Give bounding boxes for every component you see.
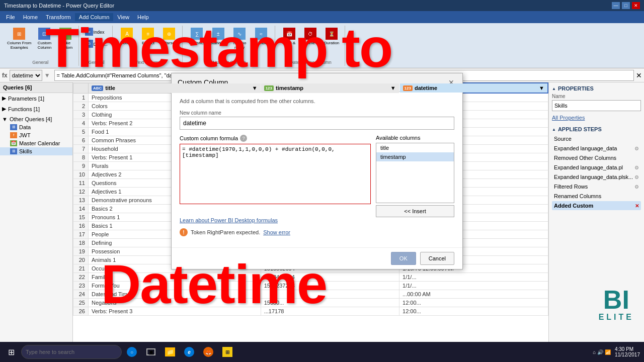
- bi-logo-text: BI: [599, 287, 634, 313]
- row-number: 15: [73, 213, 89, 221]
- step-item[interactable]: Expanded language_data⚙: [552, 144, 641, 153]
- table-row: 24 Dates and Time ...00:00 AM: [73, 290, 548, 298]
- step-item[interactable]: Expanded language_data.pl⚙: [552, 163, 641, 172]
- all-properties-link[interactable]: All Properties: [552, 115, 585, 121]
- step-item[interactable]: Removed Other Columns: [552, 153, 641, 162]
- ribbon-index-column[interactable]: # Index: [83, 27, 109, 38]
- row-number: 14: [73, 204, 89, 213]
- row-number: 12: [73, 187, 89, 196]
- available-cols-list: title timestamp: [376, 143, 454, 203]
- show-error-link[interactable]: Show error: [263, 229, 290, 235]
- menu-transform[interactable]: Transform: [42, 13, 75, 21]
- gear-icon[interactable]: ⚙: [634, 174, 639, 180]
- learn-link[interactable]: Learn about Power BI Desktop formulas: [180, 217, 454, 223]
- gear-icon[interactable]: ⚙: [634, 184, 639, 190]
- query-item-master-calendar[interactable]: 📅 Master Calendar: [0, 139, 72, 147]
- row-number: 18: [73, 238, 89, 247]
- cancel-btn[interactable]: Cancel: [420, 252, 454, 265]
- gear-icon[interactable]: ⚙: [634, 165, 639, 170]
- formula-fx-label: fx: [2, 72, 8, 79]
- step-item[interactable]: Added Custom✕: [552, 201, 641, 210]
- col-timestamp-header[interactable]: 123 timestamp ▼: [261, 83, 399, 93]
- taskbar-task-view[interactable]: ▣: [142, 343, 160, 361]
- ok-btn[interactable]: OK: [391, 252, 416, 265]
- ribbon-parse[interactable]: ⊛ Parse: [159, 27, 179, 60]
- query-group-parameters-header[interactable]: ▶ Parameters [1]: [0, 94, 72, 103]
- ribbon-format[interactable]: A Format: [117, 27, 137, 60]
- firefox-icon: 🦊: [203, 347, 213, 357]
- task-view-icon: ▣: [146, 348, 155, 355]
- steps-title: APPLIED STEPS: [552, 126, 641, 132]
- ribbon-statistics[interactable]: ∑ Statistics: [187, 27, 207, 60]
- new-column-name-input[interactable]: [180, 117, 454, 130]
- step-label: Added Custom: [554, 203, 593, 209]
- taskbar-edge[interactable]: e: [180, 343, 198, 361]
- ribbon-trigonometry[interactable]: ∿ Trigonometry: [229, 27, 250, 60]
- query-group-functions-header[interactable]: ▶ Functions [1]: [0, 105, 72, 113]
- col-datetime-header[interactable]: 123 datetime ▼: [399, 83, 548, 93]
- row-number: 20: [73, 255, 89, 264]
- menu-file[interactable]: File: [2, 13, 19, 21]
- queries-panel: Queries [6] ▶ Parameters [1] ▶ Functions…: [0, 82, 73, 349]
- elite-logo-text: ELITE: [599, 313, 634, 322]
- minimize-btn[interactable]: —: [612, 2, 620, 9]
- query-group-other-header[interactable]: ▼ Other Queries [4]: [0, 115, 72, 123]
- menu-view[interactable]: View: [113, 13, 133, 21]
- step-label: Renamed Columns: [554, 193, 601, 199]
- maximize-btn[interactable]: □: [622, 2, 630, 9]
- gear-icon[interactable]: ⚙: [634, 146, 639, 151]
- taskbar-powerbi[interactable]: ⊞: [218, 343, 236, 361]
- title-bar: Timestamp to Datetime - Power Query Edit…: [0, 0, 644, 11]
- menu-home[interactable]: Home: [19, 13, 42, 21]
- step-item[interactable]: Expanded language_data.plsk...⚙: [552, 172, 641, 182]
- col-title-sort[interactable]: ▼: [252, 85, 258, 91]
- ribbon-extract[interactable]: ≡ Extract: [138, 27, 158, 60]
- powerbi-icon: ⊞: [222, 347, 232, 357]
- rounding-icon: ≈: [255, 28, 267, 40]
- ribbon-standard[interactable]: ± Standard: [208, 27, 228, 60]
- steps-section: APPLIED STEPS SourceExpanded language_da…: [552, 126, 641, 210]
- dropdown-arrow: ▼: [44, 72, 50, 79]
- taskbar-explorer[interactable]: 📁: [161, 343, 179, 361]
- col-datetime-sort[interactable]: ▼: [539, 85, 544, 91]
- query-item-data[interactable]: ⊞ Data: [0, 123, 72, 131]
- ribbon-invoke-custom[interactable]: f InvokeCustom: [55, 27, 75, 60]
- ribbon-date[interactable]: 📅 Date &: [279, 27, 299, 60]
- step-delete-icon[interactable]: ✕: [635, 203, 639, 209]
- col-timestamp-sort[interactable]: ▼: [390, 85, 396, 91]
- formula-textarea[interactable]: = #datetime(1970,1,1,0,0,0) + #duration(…: [180, 144, 371, 204]
- name-input[interactable]: [552, 100, 641, 111]
- menu-add-column[interactable]: Add Column: [75, 13, 114, 21]
- query-item-skills[interactable]: ⊞ Skills: [0, 147, 72, 155]
- start-button[interactable]: ⊞: [2, 343, 20, 361]
- avail-col-timestamp[interactable]: timestamp: [376, 152, 454, 161]
- query-item-jwt[interactable]: f JWT: [0, 131, 72, 139]
- insert-btn[interactable]: << Insert: [376, 205, 454, 217]
- ribbon-time[interactable]: ⏱ Time: [300, 27, 320, 60]
- ribbon-rounding[interactable]: ≈ Rounding: [251, 27, 272, 60]
- taskbar-firefox[interactable]: 🦊: [199, 343, 217, 361]
- cell-title: Verbs: Present 3: [89, 307, 261, 315]
- title-bar-text: Timestamp to Datetime - Power Query Edit…: [4, 3, 114, 9]
- step-item[interactable]: Filtered Rows⚙: [552, 182, 641, 191]
- formula-bar-close[interactable]: ✕: [636, 71, 642, 79]
- formula-info-icon[interactable]: ?: [240, 135, 247, 142]
- ribbon-custom-column[interactable]: ⊡ CustomColumn: [34, 27, 54, 60]
- statistics-icon: ∑: [191, 28, 203, 40]
- menu-help[interactable]: Help: [133, 13, 153, 21]
- col-title-header[interactable]: ABC title ▼: [89, 83, 261, 93]
- taskbar-cortana[interactable]: ○: [123, 343, 141, 361]
- close-btn[interactable]: ✕: [632, 2, 640, 9]
- step-dropdown[interactable]: datetime: [10, 70, 42, 81]
- query-data-label: Data: [19, 124, 31, 130]
- taskbar-search[interactable]: [21, 345, 122, 359]
- ribbon-column-from-examples[interactable]: ⊞ Column FromExamples: [5, 27, 33, 60]
- ribbon-duplicate-column[interactable]: ⧉ Dupli...: [83, 39, 109, 50]
- formula-section: Custom column formula ? = #datetime(1970…: [180, 135, 371, 217]
- ribbon-duration[interactable]: ⏳ Duration: [321, 27, 342, 60]
- ribbon-group-general: ⊞ Column FromExamples ⊡ CustomColumn f I…: [2, 26, 79, 66]
- step-item[interactable]: Source: [552, 134, 641, 143]
- avail-col-title[interactable]: title: [376, 143, 454, 152]
- step-item[interactable]: Renamed Columns: [552, 192, 641, 201]
- row-number: 4: [73, 119, 89, 127]
